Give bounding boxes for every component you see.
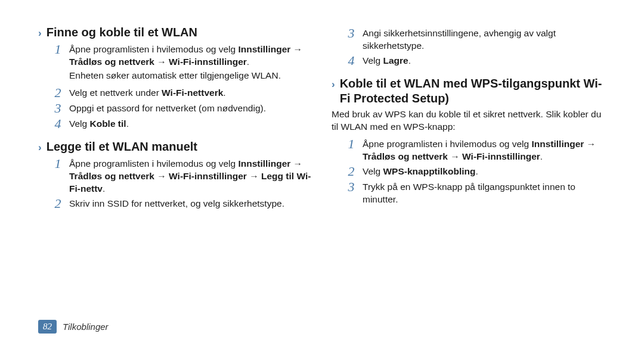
- chevron-icon: ›: [38, 142, 42, 154]
- intro-paragraph: Med bruk av WPS kan du koble til et sikr…: [332, 108, 606, 133]
- section-heading: ›Koble til et WLAN med WPS-tilgangspunkt…: [332, 76, 606, 106]
- step: 2Velg WPS-knapptilkobling.: [332, 164, 606, 179]
- section: ›Legge til et WLAN manuelt1Åpne programl…: [38, 139, 312, 211]
- step: 1Åpne programlisten i hvilemodus og velg…: [38, 42, 312, 68]
- chevron-icon: ›: [332, 79, 335, 91]
- step-text: Velg WPS-knapptilkobling.: [363, 164, 478, 178]
- step-text: Velg Koble til.: [69, 117, 129, 130]
- section-title: Legge til et WLAN manuelt: [47, 139, 197, 154]
- step-number: 1: [52, 157, 63, 171]
- left-column: ›Finne og koble til et WLAN1Åpne program…: [38, 25, 312, 219]
- step-number: 3: [346, 180, 357, 194]
- step: 1Åpne programlisten i hvilemodus og velg…: [38, 157, 312, 195]
- chevron-icon: ›: [38, 27, 42, 39]
- step-text: Skriv inn SSID for nettverket, og velg s…: [69, 197, 284, 210]
- page-number: 82: [38, 320, 57, 334]
- step-text: Åpne programlisten i hvilemodus og velg …: [69, 157, 312, 195]
- section: ›Koble til et WLAN med WPS-tilgangspunkt…: [332, 76, 606, 206]
- step-text: Trykk på en WPS-knapp på tilgangspunktet…: [363, 180, 606, 206]
- step-number: 1: [52, 42, 63, 57]
- step-number: 4: [52, 117, 63, 131]
- section: ›Finne og koble til et WLAN1Åpne program…: [38, 25, 312, 131]
- step-text: Angi sikkerhetsinnstillingene, avhengig …: [363, 26, 606, 52]
- page-content: ›Finne og koble til et WLAN1Åpne program…: [0, 0, 644, 219]
- footer-section-label: Tilkoblinger: [63, 322, 109, 332]
- step-text: Velg Lagre.: [363, 54, 411, 67]
- step: 2Velg et nettverk under Wi-Fi-nettverk.: [38, 86, 312, 100]
- section-title: Koble til et WLAN med WPS-tilgangspunkt …: [340, 76, 606, 106]
- step-number: 2: [52, 86, 63, 100]
- step: 4Velg Lagre.: [332, 54, 606, 68]
- step-number: 3: [52, 101, 63, 116]
- step-text: Velg et nettverk under Wi-Fi-nettverk.: [69, 86, 226, 99]
- page-footer: 82 Tilkoblinger: [38, 320, 109, 334]
- step-number: 1: [346, 137, 357, 151]
- step: 2Skriv inn SSID for nettverket, og velg …: [38, 197, 312, 211]
- step-text: Oppgi et passord for nettverket (om nødv…: [69, 101, 266, 115]
- section-heading: ›Finne og koble til et WLAN: [38, 25, 312, 40]
- step-text: Åpne programlisten i hvilemodus og velg …: [363, 137, 606, 163]
- step: 3Trykk på en WPS-knapp på tilgangspunkte…: [332, 180, 606, 206]
- step-text: Åpne programlisten i hvilemodus og velg …: [69, 42, 312, 68]
- step-number: 4: [346, 54, 357, 68]
- section-title: Finne og koble til et WLAN: [47, 25, 197, 40]
- step: 3Oppgi et passord for nettverket (om nød…: [38, 101, 312, 116]
- step-number: 2: [346, 164, 357, 179]
- step-number: 3: [346, 26, 357, 40]
- note-paragraph: Enheten søker automatisk etter tilgjenge…: [52, 70, 312, 82]
- step-number: 2: [52, 197, 63, 211]
- step: 3Angi sikkerhetsinnstillingene, avhengig…: [332, 26, 606, 52]
- section-heading: ›Legge til et WLAN manuelt: [38, 139, 312, 154]
- step: 1Åpne programlisten i hvilemodus og velg…: [332, 137, 606, 163]
- step: 4Velg Koble til.: [38, 117, 312, 131]
- section: 3Angi sikkerhetsinnstillingene, avhengig…: [332, 26, 606, 68]
- right-column: 3Angi sikkerhetsinnstillingene, avhengig…: [332, 25, 606, 219]
